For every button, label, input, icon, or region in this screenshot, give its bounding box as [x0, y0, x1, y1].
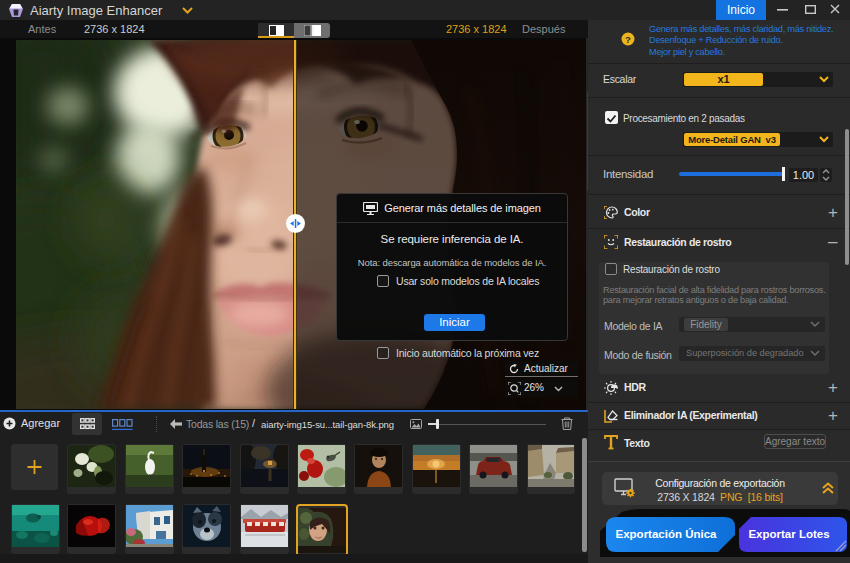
- svg-text:?: ?: [625, 34, 631, 45]
